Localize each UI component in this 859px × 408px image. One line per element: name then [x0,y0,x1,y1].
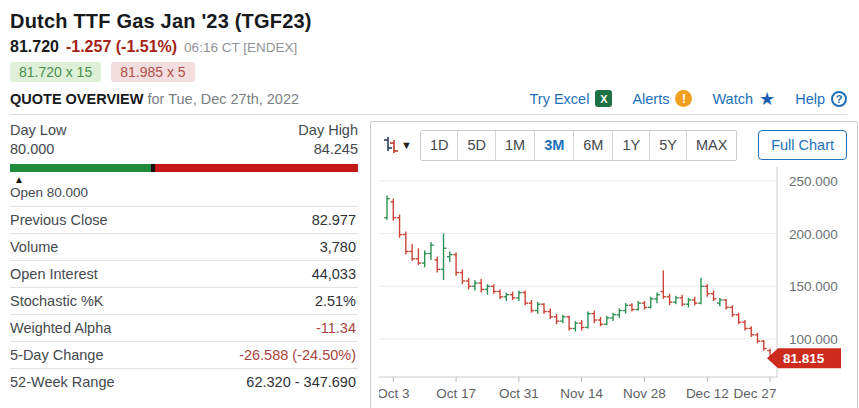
ohlc-bar [736,312,742,324]
ohlc-bar [504,292,510,300]
ohlc-bar [384,195,390,219]
ohlc-bar [723,298,729,309]
ohlc-bar [522,290,528,305]
ohlc-bar [661,270,667,298]
overview-label: QUOTE OVERVIEW [10,91,143,107]
x-axis-label: Oct 17 [436,386,476,401]
ohlc-bar [447,251,453,262]
stat-value: 2.51% [315,293,356,309]
range-button-1d[interactable]: 1D [421,131,458,160]
chart-panel: ▼ 1D5D1M3M6M1Y5YMAX Full Chart 250.00020… [370,121,858,408]
ohlc-bar [497,289,503,298]
stat-label: Weighted Alpha [10,320,111,336]
range-button-1m[interactable]: 1M [495,131,534,160]
stat-row-52-week-range: 52-Week Range62.320 - 347.690 [10,368,358,395]
ohlc-bar [535,302,541,314]
stats-table: Previous Close82.977Volume3,780Open Inte… [10,206,358,395]
chart-type-dropdown[interactable]: ▼ [383,136,412,154]
link-help[interactable]: Help? [795,91,847,107]
ohlc-bar [623,303,629,314]
open-marker: ▲ Open 80.000 [10,173,358,199]
ohlc-bar [579,320,585,331]
y-axis-label: 150.000 [789,279,838,294]
price-chart[interactable]: 250.000200.000150.000100.000Oct 3Oct 17O… [379,167,849,407]
ohlc-bar [441,233,447,279]
range-button-max[interactable]: MAX [686,131,736,160]
ohlc-bar [761,340,767,351]
range-buttons: 1D5D1M3M6M1Y5YMAX [420,130,737,161]
x-axis-label: Dec 27 [734,386,777,401]
ohlc-bar [491,284,497,293]
stat-label: 5-Day Change [10,347,104,363]
ohlc-bar [472,279,478,290]
x-axis-label: Oct 31 [499,386,539,401]
ohlc-bar [403,231,409,254]
stat-value: 3,780 [320,239,356,255]
ohlc-bar [510,291,516,299]
quote-summary-column: Day Low 80.000 Day High 84.245 ▲ Open 80… [10,121,358,395]
x-axis-label: Nov 14 [560,386,603,401]
ohlc-bar [460,269,466,284]
y-axis-label: 200.000 [789,226,838,241]
ohlc-bar [416,248,422,265]
chart-toolbar: ▼ 1D5D1M3M6M1Y5YMAX Full Chart [379,130,849,161]
stat-label: Previous Close [10,212,108,228]
last-price-tag: 81.815 [767,348,841,368]
x-axis-label: Dec 12 [686,386,729,401]
stat-label: 52-Week Range [10,374,115,390]
ohlc-bar [591,310,597,323]
open-label: Open 80.000 [10,185,88,200]
ohlc-bar [679,294,685,306]
ask-chip: 81.985 x 5 [111,62,194,82]
y-axis-label: 250.000 [789,173,838,188]
day-low-label: Day Low [10,121,66,140]
range-bar-red-segment [155,164,358,172]
last-price: 81.720 [10,38,59,56]
ohlc-bar [466,277,472,289]
link-try-excel[interactable]: Try ExcelX [530,90,613,107]
x-axis-label: Oct 3 [379,386,409,401]
link-label: Try Excel [530,91,590,107]
stat-label: Volume [10,239,58,255]
ohlc-bar [648,296,654,308]
ohlc-bar [529,299,535,312]
range-bar-green-segment [10,164,151,172]
ohlc-chart-icon [383,136,399,154]
alert-icon: ! [675,90,692,107]
ohlc-bar [642,301,648,309]
ohlc-bar [547,308,553,319]
ohlc-bar [686,297,692,306]
ohlc-bar [566,315,572,330]
range-button-1y[interactable]: 1Y [612,131,649,160]
price-tag-value: 81.815 [783,351,825,366]
overview-row: QUOTE OVERVIEW for Tue, Dec 27th, 2022 T… [10,90,847,115]
range-button-5y[interactable]: 5Y [649,131,686,160]
day-low-cell: Day Low 80.000 [10,121,66,159]
overview-title: QUOTE OVERVIEW for Tue, Dec 27th, 2022 [10,91,299,107]
full-chart-button[interactable]: Full Chart [758,130,847,160]
ohlc-bar [629,303,635,311]
range-button-3m[interactable]: 3M [534,131,573,160]
stat-row-weighted-alpha: Weighted Alpha-11.34 [10,314,358,341]
ohlc-bar [453,252,459,275]
ohlc-bar [485,284,491,295]
day-high-label: Day High [298,121,358,140]
stat-value: -11.34 [316,320,356,336]
link-watch[interactable]: Watch★ [712,91,775,107]
ohlc-bar [422,250,428,267]
range-button-6m[interactable]: 6M [573,131,612,160]
ohlc-bar [617,308,623,317]
x-axis-label: Nov 28 [623,386,666,401]
link-alerts[interactable]: Alerts! [632,90,692,107]
quote-time: 06:16 CT [ENDEX] [184,40,297,55]
stat-row-stochastic-k: Stochastic %K2.51% [10,287,358,314]
bid-chip: 81.720 x 15 [10,62,101,82]
ohlc-bar [673,295,679,303]
ohlc-bar [397,214,403,237]
quote-page: Dutch TTF Gas Jan '23 (TGF23) 81.720 -1.… [0,0,859,408]
range-button-5d[interactable]: 5D [457,131,495,160]
ohlc-bar [585,311,591,328]
ohlc-bar [573,321,579,332]
ohlc-bar [698,277,704,303]
header-links: Try ExcelXAlerts!Watch★Help? [530,90,848,107]
